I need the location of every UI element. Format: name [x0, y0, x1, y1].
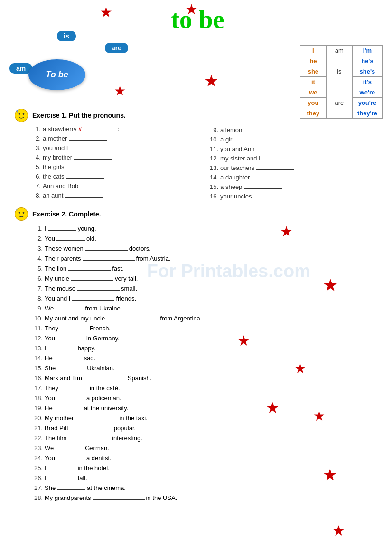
answer-blank: [85, 244, 128, 251]
item-before: You: [45, 395, 55, 402]
item-num: 10.: [32, 315, 43, 322]
item-after: sad.: [84, 355, 96, 362]
answer-prefilled: it: [79, 125, 117, 132]
item-before: We: [45, 305, 54, 312]
item-num: 5.: [32, 265, 43, 272]
exercise2-item: 14.Hesad.: [32, 354, 378, 362]
item-after: from Ukraine.: [85, 305, 122, 312]
item-num: 4.: [32, 154, 41, 161]
item-after: Spanish.: [128, 375, 152, 382]
item-num: 26.: [32, 474, 43, 481]
exercise1-left-item: 8.an aunt: [32, 191, 200, 199]
title-and-table: to be I am I'm he is he's she she's it i…: [142, 5, 383, 104]
item-after: from Argentina.: [160, 315, 202, 322]
answer-blank: [244, 182, 282, 189]
exercise1-right-col: 9.a lemon10.a girl11.you and Ann12.my si…: [210, 125, 378, 201]
item-label: our teachers: [220, 164, 254, 171]
item-label: you and Ann: [220, 145, 254, 152]
exercise2-item: 3.These womendoctors.: [32, 244, 378, 252]
answer-blank: [48, 473, 76, 480]
item-label: a girl: [220, 136, 233, 143]
exercise1-left-item: 3.you and I: [32, 143, 200, 151]
exercise2-item: 10.My aunt and my unclefrom Argentina.: [32, 314, 378, 322]
exercise2-item: 5.The lionfast.: [32, 264, 378, 272]
item-num: 6.: [32, 173, 41, 180]
page-wrapper: is am are To be to be I am I'm he is he'…: [0, 0, 392, 501]
answer-blank: [57, 483, 85, 490]
item-label: your uncles: [220, 193, 252, 200]
item-after: happy.: [78, 345, 96, 352]
pill-is: is: [57, 31, 76, 41]
item-before: I: [45, 345, 47, 352]
item-num: 5.: [32, 163, 41, 170]
exercise2-title: Exercise 2. Complete.: [32, 210, 101, 218]
exercise1-grid: 1.a strawberryit:2.a mother3.you and I4.…: [32, 125, 378, 201]
item-num: 21.: [32, 424, 43, 432]
item-num: 2.: [32, 135, 41, 142]
answer-blank: [256, 144, 294, 151]
item-num: 25.: [32, 464, 43, 471]
item-before: We: [45, 444, 54, 452]
item-num: 9.: [210, 126, 218, 133]
exercise2-item: 18.Youa policeman.: [32, 394, 378, 402]
item-num: 24.: [32, 454, 43, 461]
exercise1-right-item: 12.my sister and I: [210, 154, 378, 162]
item-before: You: [45, 335, 55, 342]
exercise2-item: 9.Wefrom Ukraine.: [32, 304, 378, 312]
item-num: 1.: [32, 125, 41, 132]
svg-point-2: [23, 113, 25, 115]
answer-blank: [66, 162, 104, 169]
exercise1-right-item: 13.our teachers: [210, 163, 378, 171]
item-after: fast.: [112, 265, 124, 272]
item-num: 12.: [32, 335, 43, 342]
item-after: doctors.: [129, 245, 151, 252]
item-num: 15.: [210, 183, 218, 190]
item-after: in the USA.: [146, 494, 177, 501]
item-before: Their parents: [45, 255, 81, 262]
item-before: My grandparents: [45, 494, 91, 501]
item-before: You: [45, 235, 55, 242]
item-num: 14.: [32, 355, 43, 362]
exercise2-item: 7.The mousesmall.: [32, 284, 378, 292]
exercise2-item: 22.The filminteresting.: [32, 433, 378, 442]
item-label: a lemon: [220, 126, 242, 133]
graphic-area: is am are To be: [9, 5, 142, 104]
item-after: in Germany.: [86, 335, 120, 342]
exercise1-left-item: 5.the girls: [32, 162, 200, 170]
answer-blank: [71, 274, 113, 281]
item-num: 13.: [32, 345, 43, 352]
answer-blank: [75, 414, 118, 420]
item-num: 6.: [32, 275, 43, 282]
item-before: Brad Pitt: [45, 424, 68, 432]
item-before: He: [45, 404, 53, 412]
svg-text:?: ?: [16, 208, 19, 212]
exercise2-item: 26.Itall.: [32, 473, 378, 481]
item-num: 14.: [210, 174, 218, 181]
item-before: My mother: [45, 414, 74, 422]
item-label: an aunt: [43, 192, 63, 199]
svg-text:?: ?: [16, 109, 19, 113]
item-label: a strawberry: [43, 125, 77, 132]
item-num: 7.: [32, 285, 43, 292]
page-title: to be: [171, 5, 224, 34]
exercise2-item: 15.SheUkrainian.: [32, 364, 378, 372]
exercise2-item: 16.Mark and TimSpanish.: [32, 374, 378, 382]
item-num: 17.: [32, 385, 43, 392]
answer-blank: [55, 304, 84, 310]
smiley-icon: ?: [14, 108, 28, 122]
answer-blank: [66, 172, 104, 179]
exercise1-left-item: 7.Ann and Bob: [32, 181, 200, 189]
answer-blank: [54, 354, 83, 360]
top-section: is am are To be to be I am I'm he is he'…: [0, 0, 392, 104]
item-label: Ann and Bob: [43, 182, 78, 189]
answer-blank: [65, 191, 103, 198]
answer-blank: [106, 314, 159, 320]
item-num: 23.: [32, 444, 43, 452]
item-label: the girls: [43, 163, 65, 170]
exercise2-item: 27.Sheat the cinema.: [32, 483, 378, 491]
item-num: 12.: [210, 155, 218, 162]
item-after: from Austria.: [136, 255, 171, 262]
colon: :: [118, 125, 120, 132]
exercise2-item: 28.My grandparentsin the USA.: [32, 493, 378, 501]
decorative-star: ★: [332, 522, 345, 539]
